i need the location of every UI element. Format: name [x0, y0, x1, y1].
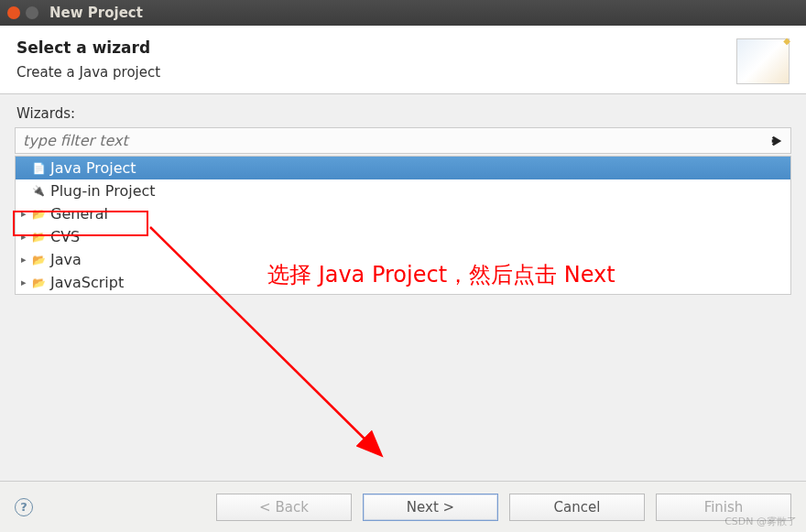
tree-item-java[interactable]: ▸ Java — [16, 248, 790, 271]
cancel-button[interactable]: Cancel — [509, 494, 645, 521]
tree-item-java-project[interactable]: Java Project — [16, 157, 790, 179]
dialog-footer: ? < Back Next > Cancel Finish — [0, 481, 806, 532]
project-icon — [32, 162, 47, 175]
folder-icon — [32, 277, 47, 289]
tree-item-plugin-project[interactable]: Plug-in Project — [16, 179, 790, 202]
filter-input[interactable] — [23, 132, 770, 149]
window-title: New Project — [49, 5, 143, 21]
window-controls — [7, 6, 38, 19]
dialog-header: Select a wizard Create a Java project — [0, 26, 806, 94]
chevron-right-icon[interactable]: ▸ — [21, 277, 28, 288]
chevron-right-icon[interactable]: ▸ — [21, 254, 28, 266]
header-text: Select a wizard Create a Java project — [16, 38, 160, 81]
close-icon[interactable] — [7, 6, 20, 19]
tree-item-label: General — [50, 205, 108, 223]
tree-item-javascript[interactable]: ▸ JavaScript — [16, 271, 790, 294]
tree-item-label: Java Project — [50, 159, 136, 177]
wizards-label: Wizards: — [15, 105, 791, 122]
tree-item-cvs[interactable]: ▸ CVS — [16, 225, 790, 248]
tree-item-label: JavaScript — [50, 274, 124, 291]
minimize-icon[interactable] — [26, 6, 38, 19]
filter-row — [15, 127, 791, 154]
wizard-tree: Java Project Plug-in Project ▸ General ▸… — [15, 156, 791, 295]
wizard-icon — [736, 38, 790, 84]
titlebar: New Project — [0, 0, 806, 26]
clear-filter-icon[interactable] — [770, 135, 783, 147]
folder-icon — [32, 231, 47, 244]
header-subtitle: Create a Java project — [16, 64, 160, 81]
header-title: Select a wizard — [16, 38, 160, 57]
tree-item-general[interactable]: ▸ General — [16, 202, 790, 225]
folder-icon — [32, 208, 47, 221]
help-icon[interactable]: ? — [15, 498, 33, 516]
chevron-right-icon[interactable]: ▸ — [21, 208, 28, 220]
back-button[interactable]: < Back — [216, 494, 352, 521]
chevron-right-icon[interactable]: ▸ — [21, 231, 28, 243]
tree-item-label: CVS — [50, 228, 80, 245]
watermark: CSDN @雾散了 — [724, 515, 797, 528]
next-button[interactable]: Next > — [363, 494, 498, 521]
content-area: Wizards: Java Project Plug-in Project ▸ … — [0, 94, 806, 306]
folder-icon — [32, 254, 47, 266]
tree-item-label: Java — [50, 251, 82, 268]
plugin-icon — [32, 185, 47, 198]
tree-item-label: Plug-in Project — [50, 182, 156, 200]
